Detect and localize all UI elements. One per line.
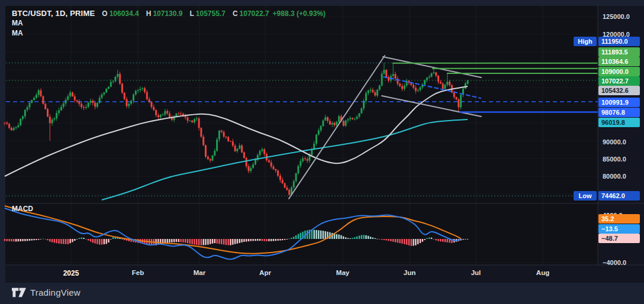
month-label: Aug	[536, 269, 549, 276]
price-level-badge: 109000.0	[598, 67, 640, 76]
month-label: Feb	[132, 269, 144, 276]
price-level-badge: 98076.8	[598, 108, 640, 117]
tradingview-chart-window: BTC/USDT, 1D, PRIME O 106034.4 H 107130.…	[0, 0, 644, 304]
change-value: +988.3 (+0.93%)	[273, 9, 326, 18]
month-label: Jul	[471, 269, 481, 276]
ma-legend-2[interactable]: MA	[12, 28, 326, 38]
symbol-title[interactable]: BTC/USDT, 1D, PRIME	[12, 9, 95, 18]
high-value: 107130.9	[153, 9, 182, 18]
low-label: L	[189, 9, 194, 18]
price-level-badge: −13.5	[598, 224, 640, 234]
close-label: C	[233, 9, 238, 18]
price-level-badge: 105432.6	[598, 86, 640, 95]
month-label: Mar	[194, 269, 205, 276]
axis-tick-label: 125000.0	[603, 12, 630, 21]
price-level-badge: 111950.0	[598, 37, 640, 46]
watermark-text: TradingView	[30, 287, 80, 297]
axis-tick-label: 80000.0	[603, 172, 626, 181]
axis-tick-label: 90000.0	[603, 137, 626, 147]
month-label: Jun	[404, 269, 416, 276]
price-level-badge: 100991.9	[598, 98, 640, 107]
ma-legend-1[interactable]: MA	[12, 18, 326, 28]
time-axis[interactable]: 2025FebMarAprMayJunJulAug	[5, 265, 644, 283]
low-value: 105755.7	[196, 9, 226, 18]
open-value: 106034.4	[110, 9, 139, 18]
month-label: May	[336, 269, 349, 276]
month-label: 2025	[63, 269, 79, 277]
price-level-badge: 74462.0	[598, 191, 640, 200]
price-level-badge: 107022.7	[598, 76, 640, 86]
axis-tick-label: 85000.0	[603, 154, 626, 164]
price-level-badge: 110364.6	[598, 57, 640, 66]
macd-legend[interactable]: MACD	[12, 205, 33, 213]
open-label: O	[102, 9, 107, 18]
tradingview-watermark[interactable]: TradingView	[12, 287, 80, 297]
price-level-badge: −48.7	[598, 234, 640, 243]
price-level-badge: 35.2	[598, 214, 640, 224]
symbol-row: BTC/USDT, 1D, PRIME O 106034.4 H 107130.…	[12, 8, 326, 18]
tradingview-logo-icon	[12, 287, 26, 297]
close-value: 107022.7	[240, 9, 269, 18]
chart-legend: BTC/USDT, 1D, PRIME O 106034.4 H 107130.…	[12, 8, 326, 38]
high-label: H	[146, 9, 152, 18]
high-tag: High	[574, 37, 597, 46]
low-tag: Low	[574, 191, 597, 200]
price-axis[interactable]: 125000.0120000.090000.085000.080000.0400…	[598, 0, 644, 283]
month-label: Apr	[259, 269, 271, 276]
price-level-badge: 96019.8	[598, 118, 640, 127]
chart-canvas[interactable]	[0, 0, 644, 304]
price-level-badge: 111893.5	[598, 47, 640, 57]
